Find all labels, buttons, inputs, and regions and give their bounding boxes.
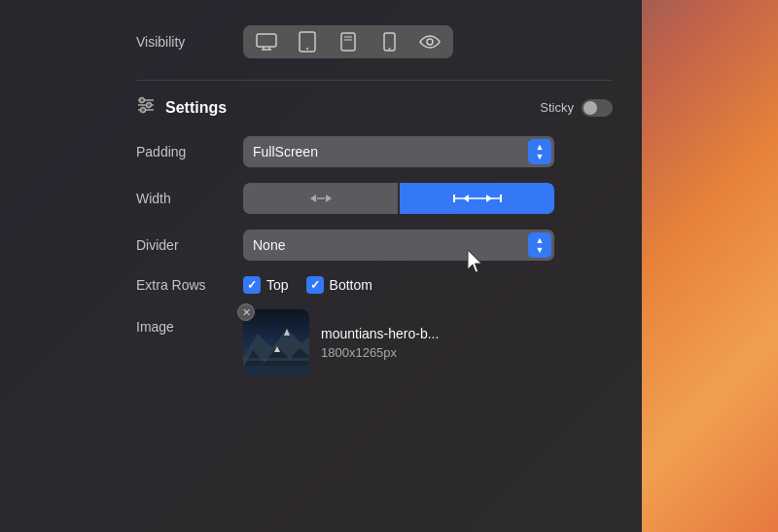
- bottom-checkbox[interactable]: ✓: [306, 276, 324, 294]
- padding-value: FullScreen: [253, 144, 545, 160]
- arrow-down-icon: ▼: [536, 153, 545, 161]
- visibility-label: Visibility: [136, 34, 243, 50]
- bottom-checkmark-icon: ✓: [310, 278, 320, 292]
- svg-point-5: [306, 48, 308, 50]
- svg-point-13: [140, 98, 145, 103]
- svg-rect-0: [257, 34, 276, 47]
- sticky-toggle[interactable]: [582, 99, 613, 117]
- image-info: mountians-hero-b... 1800x1265px: [321, 326, 439, 360]
- settings-sliders-icon: [136, 96, 156, 119]
- svg-marker-25: [486, 195, 492, 202]
- width-row: Width: [136, 183, 613, 214]
- extra-rows-row: Extra Rows ✓ Top ✓ Bottom: [136, 276, 613, 294]
- remove-x-icon: ✕: [242, 307, 251, 318]
- svg-point-10: [388, 48, 390, 50]
- image-filename: mountians-hero-b...: [321, 326, 439, 341]
- svg-rect-32: [243, 366, 309, 375]
- svg-point-11: [427, 39, 433, 45]
- bottom-checkbox-group[interactable]: ✓ Bottom: [306, 276, 372, 294]
- svg-marker-19: [326, 195, 332, 202]
- svg-marker-18: [310, 195, 316, 202]
- settings-title: Settings: [165, 99, 227, 117]
- extra-rows-label: Extra Rows: [136, 277, 243, 293]
- visibility-tablet-button[interactable]: [290, 29, 325, 54]
- divider-arrow-down-icon: ▼: [536, 246, 545, 255]
- divider-select[interactable]: None ▲ ▼: [243, 230, 554, 261]
- visibility-mobile-button[interactable]: [371, 29, 407, 54]
- settings-title-group: Settings: [136, 96, 227, 119]
- top-checkbox[interactable]: ✓: [243, 276, 261, 294]
- image-thumbnail: [243, 309, 309, 375]
- image-thumbnail-container: ✕: [243, 309, 309, 375]
- settings-header: Settings Sticky: [136, 96, 613, 119]
- width-full-option[interactable]: [400, 183, 554, 214]
- image-remove-button[interactable]: ✕: [237, 303, 255, 321]
- visibility-buttons-group: [243, 25, 453, 58]
- image-dimensions: 1800x1265px: [321, 345, 439, 360]
- width-label: Width: [136, 191, 243, 206]
- visibility-desktop-button[interactable]: [249, 29, 284, 54]
- divider-arrow-up-icon: ▲: [536, 236, 545, 245]
- visibility-row: Visibility: [136, 18, 613, 58]
- padding-arrows: ▲ ▼: [528, 139, 551, 164]
- sticky-group: Sticky: [540, 99, 613, 117]
- svg-marker-24: [463, 195, 469, 202]
- top-checkbox-label: Top: [266, 277, 289, 293]
- divider-row: Divider None ▲ ▼: [136, 230, 613, 261]
- width-control: [243, 183, 554, 214]
- visibility-tablet-sm-button[interactable]: [331, 29, 366, 54]
- padding-select[interactable]: FullScreen ▲ ▼: [243, 136, 554, 167]
- svg-point-15: [147, 103, 152, 108]
- divider-arrows: ▲ ▼: [528, 232, 551, 258]
- bottom-checkbox-label: Bottom: [330, 277, 372, 293]
- svg-rect-33: [243, 358, 309, 361]
- top-checkmark-icon: ✓: [247, 278, 257, 292]
- image-row: Image ✕: [136, 309, 613, 375]
- svg-rect-6: [341, 33, 355, 51]
- settings-panel: Visibility: [0, 0, 642, 532]
- image-label: Image: [136, 309, 243, 335]
- svg-point-17: [141, 108, 146, 113]
- divider-value: None: [253, 237, 545, 253]
- top-checkbox-group[interactable]: ✓ Top: [243, 276, 289, 294]
- padding-row: Padding FullScreen ▲ ▼: [136, 136, 613, 167]
- sticky-label: Sticky: [540, 100, 574, 115]
- extra-rows-control: ✓ Top ✓ Bottom: [243, 276, 372, 294]
- image-preview-group: ✕: [243, 309, 439, 375]
- arrow-up-icon: ▲: [536, 143, 545, 152]
- divider-label: Divider: [136, 237, 243, 253]
- visibility-eye-button[interactable]: [412, 29, 447, 54]
- padding-label: Padding: [136, 144, 243, 160]
- width-narrow-option[interactable]: [243, 183, 398, 214]
- section-divider: [136, 80, 613, 81]
